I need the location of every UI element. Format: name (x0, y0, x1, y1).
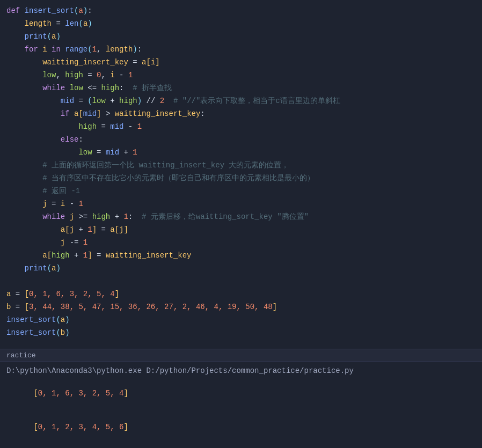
code-line-17: while j >= high + 1: # 元素后移，给waitting_so… (0, 210, 482, 223)
terminal-output-2: [0, 1, 2, 3, 4, 5, 6] (6, 410, 476, 444)
terminal-tab[interactable]: ractice (0, 349, 482, 362)
code-line-13: # 上面的循环返回第一个比 waitting_insert_key 大的元素的位… (0, 159, 482, 172)
terminal-tab-label: ractice (6, 351, 36, 359)
code-line-18: a[j + 1] = a[j] (0, 223, 482, 236)
func-name: insert_sort (25, 5, 74, 17)
code-line-1: def insert_sort(a): (0, 4, 482, 17)
code-line-3: print(a) (0, 30, 482, 43)
code-line-21: print(a) (0, 262, 482, 275)
code-line-14: # 当有序区中不存在比它小的元素时（即它自己和有序区中的元素相比是最小的） (0, 172, 482, 185)
code-line-16: j = i - 1 (0, 197, 482, 210)
terminal-panel: ractice D:\python\Anaconda3\python.exe D… (0, 349, 482, 448)
code-line-24: b = [3, 44, 38, 5, 47, 15, 36, 26, 27, 2… (0, 300, 482, 313)
code-line-2: length = len(a) (0, 17, 482, 30)
code-line-15: # 返回 -1 (0, 185, 482, 197)
code-line-23: a = [0, 1, 6, 3, 2, 5, 4] (0, 288, 482, 300)
terminal-output-1: [0, 1, 6, 3, 2, 5, 4] (6, 377, 476, 410)
code-line-25: insert_sort(a) (0, 313, 482, 326)
code-line-5: waitting_insert_key = a[i] (0, 56, 482, 69)
code-line-4: for i in range(1, length): (0, 43, 482, 56)
code-line-7: while low <= high: # 折半查找 (0, 82, 482, 94)
code-line-20: a[high + 1] = waitting_insert_key (0, 249, 482, 262)
code-line-11: else: (0, 133, 482, 146)
code-line-26: insert_sort(b) (0, 326, 482, 339)
code-editor: def insert_sort(a): length = len(a) prin… (0, 0, 482, 349)
code-line-10: high = mid - 1 (0, 120, 482, 133)
terminal-content: D:\python\Anaconda3\python.exe D:/python… (0, 362, 482, 448)
code-line-22 (0, 275, 482, 288)
terminal-command: D:\python\Anaconda3\python.exe D:/python… (6, 365, 476, 377)
terminal-output-3: [3, 44, 38, 5, 47, 15, 36, 26, 27, 2, 46… (6, 444, 476, 448)
keyword-def: def (6, 5, 25, 17)
code-line-19: j -= 1 (0, 236, 482, 249)
code-line-12: low = mid + 1 (0, 146, 482, 159)
code-line-8: mid = (low + high) // 2 # "//"表示向下取整，相当于… (0, 94, 482, 107)
code-line-9: if a[mid] > waitting_insert_key: (0, 107, 482, 120)
code-line-6: low, high = 0, i - 1 (0, 69, 482, 82)
